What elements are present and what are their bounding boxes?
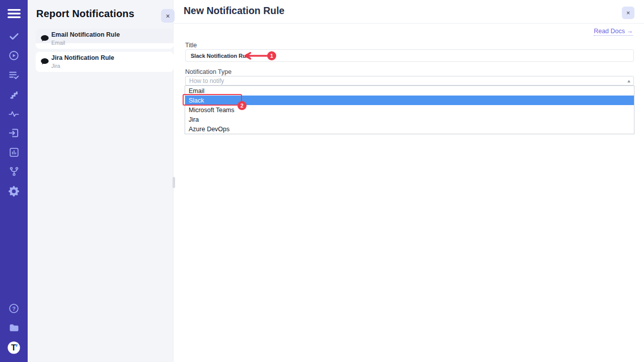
read-docs-link[interactable]: Read Docs → <box>594 28 633 36</box>
panel-scrollbar-thumb[interactable] <box>173 177 175 188</box>
notification-rule-item-jira[interactable]: Jira Notification Rule Jira <box>36 52 174 72</box>
notification-type-dropdown: Email Slack Microsoft Teams Jira Azure D… <box>185 85 634 134</box>
notification-type-select[interactable]: How to notify <box>185 76 634 85</box>
settings-gear-icon[interactable] <box>0 185 28 198</box>
svg-text:T: T <box>11 343 16 352</box>
app-logo[interactable]: T <box>0 340 28 354</box>
option-azure-devops[interactable]: Azure DevOps <box>185 124 634 134</box>
play-circle-icon[interactable] <box>0 49 28 62</box>
git-fork-icon[interactable] <box>0 165 28 178</box>
folder-icon[interactable] <box>0 321 28 334</box>
title-input[interactable] <box>185 49 634 62</box>
panel-title: Report Notifications <box>36 8 134 20</box>
bar-chart-icon[interactable] <box>0 146 28 159</box>
svg-text:?: ? <box>12 305 16 311</box>
option-email[interactable]: Email <box>185 86 634 96</box>
chat-bubble-icon <box>40 34 50 44</box>
activity-pulse-icon[interactable] <box>0 107 28 120</box>
notification-rule-item-email[interactable]: Email Notification Rule Email <box>36 29 174 49</box>
help-icon[interactable]: ? <box>0 302 28 315</box>
select-placeholder: How to notify <box>189 77 224 84</box>
report-notifications-panel: Report Notifications Email Notification … <box>28 0 174 362</box>
title-field-label: Title <box>185 42 197 49</box>
app-window: ? T Report Notifications Email Notificat… <box>0 0 644 362</box>
notification-rule-title: Jira Notification Rule <box>51 54 114 62</box>
list-check-icon[interactable] <box>0 68 28 81</box>
icon-rail-sidebar: ? T <box>0 0 28 362</box>
check-icon[interactable] <box>0 30 28 43</box>
stairs-icon[interactable] <box>0 88 28 101</box>
main-close-button[interactable]: × <box>622 7 634 19</box>
menu-icon[interactable] <box>0 7 28 20</box>
option-microsoft-teams[interactable]: Microsoft Teams <box>185 105 634 115</box>
option-slack[interactable]: Slack <box>185 96 634 105</box>
notification-rule-title: Email Notification Rule <box>51 31 120 39</box>
chevron-up-icon <box>627 80 630 82</box>
page-title: New Notification Rule <box>184 5 284 17</box>
sign-in-icon[interactable] <box>0 126 28 139</box>
option-jira[interactable]: Jira <box>185 115 634 124</box>
panel-close-button[interactable]: × <box>161 9 175 23</box>
notification-type-label: Notification Type <box>185 68 231 75</box>
header-divider <box>174 23 644 24</box>
chat-bubble-icon <box>40 57 50 67</box>
notification-rule-subtitle: Email <box>51 40 120 46</box>
notification-rule-subtitle: Jira <box>51 63 114 69</box>
new-notification-rule-view: New Notification Rule × Read Docs → Titl… <box>174 0 644 362</box>
